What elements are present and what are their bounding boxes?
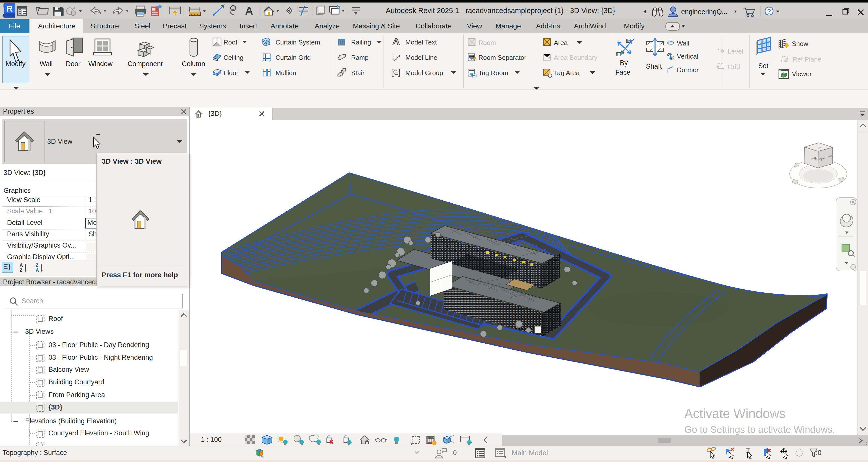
svg-text:TOP: TOP — [816, 146, 821, 149]
svg-text:1: 1 — [549, 74, 551, 78]
svg-text:A: A — [36, 268, 39, 272]
svg-text:engineeringQ...: engineeringQ... — [681, 8, 727, 16]
svg-text:A: A — [245, 4, 253, 17]
svg-text:?: ? — [767, 7, 771, 15]
svg-text:1: 1 — [232, 6, 234, 11]
svg-text:Z: Z — [20, 268, 22, 272]
svg-text:R: R — [6, 4, 13, 13]
svg-text:Z: Z — [36, 263, 38, 268]
svg-text:A: A — [20, 263, 23, 268]
